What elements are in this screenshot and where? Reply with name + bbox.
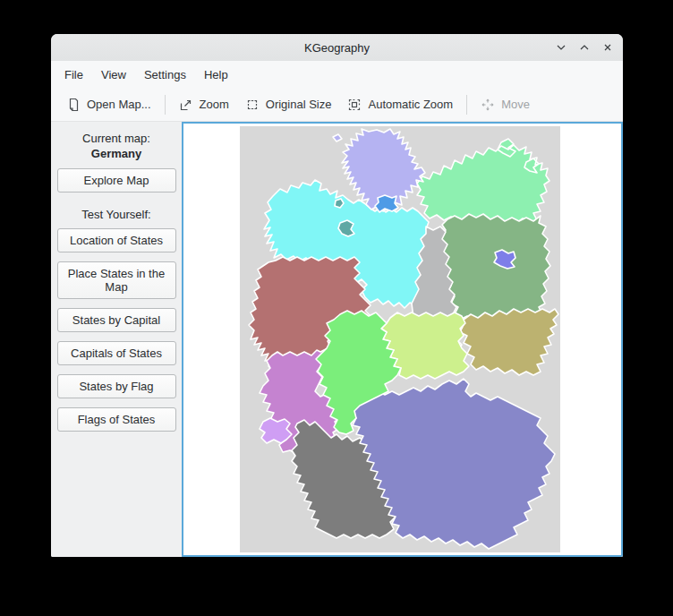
open-map-button[interactable]: Open Map... [58,92,159,117]
toolbar: Open Map... Zoom Original Size [51,88,623,122]
titlebar[interactable]: KGeography [51,34,623,61]
current-map-label: Current map: [51,132,182,145]
explore-map-button[interactable]: Explore Map [57,168,176,192]
state-saarland[interactable] [260,418,292,443]
minimize-icon[interactable] [554,41,567,55]
sidebar: Current map: Germany Explore Map Test Yo… [51,122,182,557]
kgeography-window: KGeography File View Settings Help [51,34,623,557]
location-of-states-button[interactable]: Location of States [57,228,176,252]
close-icon[interactable] [601,41,614,55]
move-icon [481,98,495,112]
automatic-zoom-button[interactable]: Automatic Zoom [339,92,461,117]
place-states-button[interactable]: Place States in the Map [57,261,176,299]
automatic-zoom-label: Automatic Zoom [368,98,453,111]
state-mecklenburg-vorpommern[interactable] [417,139,549,226]
menu-view[interactable]: View [92,64,135,86]
maximize-icon[interactable] [577,41,591,55]
original-size-button[interactable]: Original Size [237,92,340,117]
state-saxony[interactable] [458,309,558,375]
window-controls [554,34,614,61]
window-title: KGeography [304,41,370,55]
menu-help[interactable]: Help [195,64,237,86]
flags-of-states-button[interactable]: Flags of States [57,407,176,432]
current-map-value: Germany [51,147,182,160]
capitals-of-states-button[interactable]: Capitals of States [57,341,176,365]
content-area: Current map: Germany Explore Map Test Yo… [51,122,623,557]
desktop-background: { "window": { "title": "KGeography" }, "… [0,0,673,616]
states-by-capital-button[interactable]: States by Capital [57,308,176,332]
move-button: Move [473,92,538,117]
zoom-icon [179,98,193,112]
zoom-button[interactable]: Zoom [171,92,237,117]
toolbar-separator [165,95,166,115]
open-map-label: Open Map... [87,98,151,111]
toolbar-separator [466,95,467,115]
menu-file[interactable]: File [55,64,92,86]
original-size-icon [245,98,260,112]
open-map-icon [66,98,81,112]
original-size-label: Original Size [266,98,332,111]
menubar: File View Settings Help [51,61,623,88]
map-view[interactable] [182,122,623,557]
move-label: Move [501,98,530,111]
menu-settings[interactable]: Settings [135,64,195,86]
state-hamburg[interactable] [375,195,398,212]
automatic-zoom-icon [347,98,362,112]
germany-map[interactable] [240,126,560,552]
states-by-flag-button[interactable]: States by Flag [57,374,176,398]
zoom-label: Zoom [200,98,229,111]
test-yourself-label: Test Yourself: [51,208,182,221]
